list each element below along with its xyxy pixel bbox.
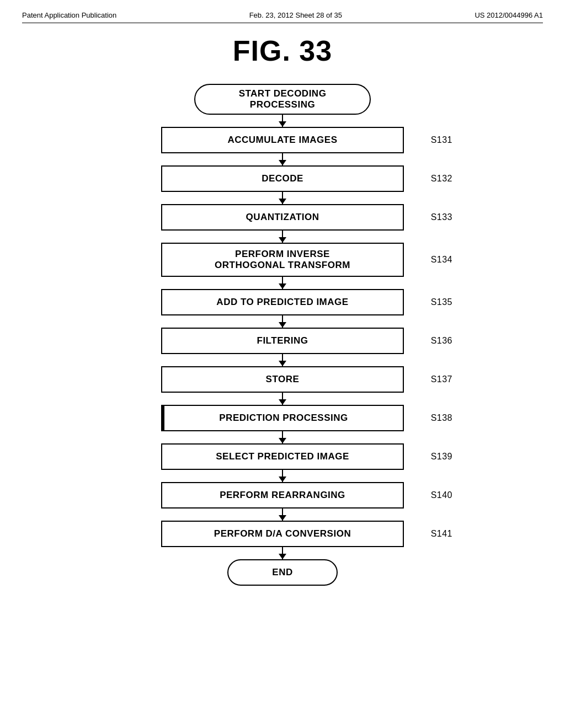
step-box-s138: PREDICTION PROCESSING S138 [161,405,404,431]
end-label: END [272,567,292,578]
step-label-s134: PERFORM INVERSE ORTHOGONAL TRANSFORM [215,249,350,271]
flowchart: START DECODING PROCESSING ACCUMULATE IMA… [22,84,543,586]
step-num-s141: S141 [431,529,452,539]
step-box-s131: ACCUMULATE IMAGES S131 [161,127,404,153]
step-num-s137: S137 [431,374,452,384]
step-num-s139: S139 [431,452,452,462]
step-box-s139: SELECT PREDICTED IMAGE S139 [161,443,404,470]
arrow-10 [282,508,283,521]
step-num-s136: S136 [431,336,452,346]
start-box: START DECODING PROCESSING [194,84,371,115]
step-num-s131: S131 [431,135,452,145]
start-row: START DECODING PROCESSING [22,84,543,115]
step-box-s136: FILTERING S136 [161,328,404,354]
arrow-7 [282,393,283,405]
start-label: START DECODING PROCESSING [206,88,359,110]
step-num-s138: S138 [431,413,452,423]
step-label-s141: PERFORM D/A CONVERSION [214,528,351,539]
arrow-3 [282,231,283,243]
step-row-s136: FILTERING S136 [22,328,543,354]
step-box-s141: PERFORM D/A CONVERSION S141 [161,521,404,547]
step-box-s132: DECODE S132 [161,165,404,192]
step-label-s139: SELECT PREDICTED IMAGE [216,451,349,462]
step-box-s137: STORE S137 [161,366,404,393]
arrow-5 [282,315,283,328]
step-label-s136: FILTERING [257,335,308,346]
step-row-s140: PERFORM REARRANGING S140 [22,482,543,508]
step-row-s135: ADD TO PREDICTED IMAGE S135 [22,289,543,315]
step-row-s134: PERFORM INVERSE ORTHOGONAL TRANSFORM S13… [22,243,543,277]
step-box-s140: PERFORM REARRANGING S140 [161,482,404,508]
step-box-s134: PERFORM INVERSE ORTHOGONAL TRANSFORM S13… [161,243,404,277]
step-row-s133: QUANTIZATION S133 [22,204,543,231]
step-label-s140: PERFORM REARRANGING [220,490,345,501]
step-num-s140: S140 [431,490,452,500]
step-row-s137: STORE S137 [22,366,543,393]
page-header: Patent Application Publication Feb. 23, … [22,11,543,23]
end-row: END [22,559,543,586]
arrow-9 [282,470,283,482]
arrow-0 [282,115,283,127]
step-label-s132: DECODE [262,173,303,184]
arrow-4 [282,277,283,289]
header-center: Feb. 23, 2012 Sheet 28 of 35 [249,11,342,19]
arrow-6 [282,354,283,366]
figure-title: FIG. 33 [22,34,543,67]
end-box: END [227,559,338,586]
step-row-s138: PREDICTION PROCESSING S138 [22,405,543,431]
arrow-8 [282,431,283,443]
step-label-s131: ACCUMULATE IMAGES [228,135,338,146]
header-right: US 2012/0044996 A1 [475,11,543,19]
page: Patent Application Publication Feb. 23, … [0,0,565,728]
step-label-s138: PREDICTION PROCESSING [219,413,348,424]
header-left: Patent Application Publication [22,11,116,19]
step-num-s133: S133 [431,212,452,222]
step-box-s135: ADD TO PREDICTED IMAGE S135 [161,289,404,315]
step-num-s134: S134 [431,255,452,265]
step-row-s132: DECODE S132 [22,165,543,192]
step-label-s133: QUANTIZATION [246,212,319,223]
step-num-s132: S132 [431,174,452,184]
step-label-s135: ADD TO PREDICTED IMAGE [216,297,348,308]
step-row-s131: ACCUMULATE IMAGES S131 [22,127,543,153]
step-row-s141: PERFORM D/A CONVERSION S141 [22,521,543,547]
arrow-11 [282,547,283,559]
step-row-s139: SELECT PREDICTED IMAGE S139 [22,443,543,470]
step-label-s137: STORE [266,374,300,385]
step-num-s135: S135 [431,297,452,307]
arrow-1 [282,153,283,165]
arrow-2 [282,192,283,204]
step-box-s133: QUANTIZATION S133 [161,204,404,231]
